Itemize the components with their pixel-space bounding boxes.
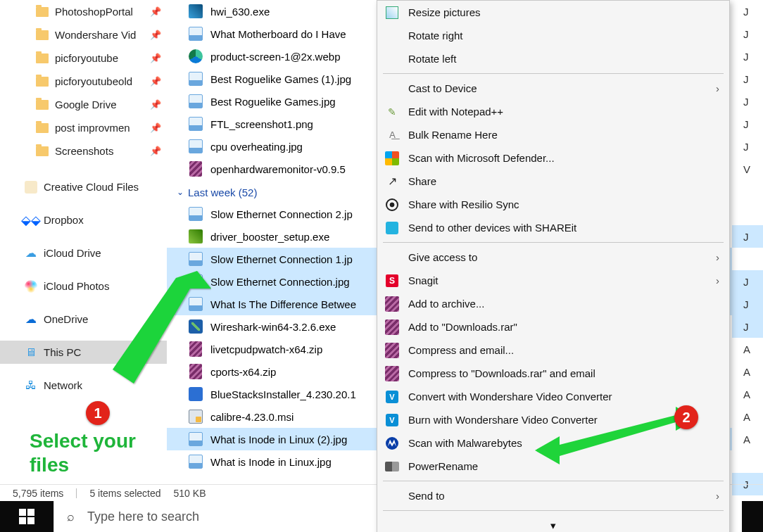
file-name: Wireshark-win64-3.2.6.exe [210,321,336,333]
chevron-right-icon: › [716,274,719,286]
file-date-cell: J [732,90,763,113]
sidebar-item-label: picforyoutubeold [55,75,132,87]
wonder-icon: V [384,412,400,428]
file-name: What Motherboard do I Have [210,28,346,40]
sidebar-root-item[interactable]: ☁iCloud Drive [0,241,167,265]
sidebar-root-item[interactable]: ⬙⬙Dropbox [0,208,167,232]
file-name: driver_booster_setup.exe [210,231,329,243]
file-date-cell: J [732,68,763,90]
menu-item-label: Burn with Wondershare Video Converter [408,414,598,426]
menu-item-label: Bulk Rename Here [408,129,498,141]
context-menu-item[interactable]: Scan with Microsoft Defender... [377,146,729,170]
file-name: cpu overheating.jpg [210,141,303,153]
context-menu-item[interactable]: Scan with Malwarebytes [377,431,729,455]
file-icon [188,296,203,312]
mwb-icon [384,436,400,451]
context-menu-item[interactable]: Add to "Downloads.rar" [377,315,729,338]
context-menu-item[interactable]: Rotate left [377,47,729,70]
search-icon: ⌕ [67,509,75,524]
sidebar-root-item[interactable]: iCloud Photos [0,274,167,298]
cloud-icon: ☁ [24,246,38,260]
file-date-cell: A [732,428,763,450]
context-menu-item[interactable]: Share with Resilio Sync [377,193,729,216]
sidebar-root-item[interactable]: Creative Cloud Files [0,175,167,198]
file-name: calibre-4.23.0.msi [210,411,294,423]
pc-icon: 🖥 [24,346,38,360]
sidebar-root-item[interactable]: ☁OneDrive [0,308,167,331]
context-menu-item[interactable]: Resize pictures [377,1,729,24]
prename-icon [384,459,400,474]
pin-icon: 📌 [150,76,161,87]
sidebar-item-label: post improvmen [55,122,130,134]
context-menu-item[interactable]: Rotate right [377,24,729,47]
context-menu-item[interactable]: Add to archive... [377,292,729,315]
context-menu: Resize picturesRotate rightRotate leftCa… [377,0,730,532]
context-menu-item[interactable]: VConvert with Wondershare Video Converte… [377,385,729,408]
sidebar-quick-access-item[interactable]: Wondershare Vid📌 [0,23,167,46]
sidebar-quick-access-item[interactable]: picforyoutube📌 [0,46,167,70]
context-menu-item[interactable]: A͟Bulk Rename Here [377,123,729,146]
context-menu-item[interactable]: ↗Share [377,170,729,193]
context-menu-item[interactable]: Send to› [377,484,729,507]
file-name: Slow Ethernet Connection.jpg [210,276,350,288]
file-icon [188,139,203,154]
share-icon: ↗ [384,174,400,189]
sidebar-root-item[interactable]: 🖥This PC [0,341,167,364]
menu-item-label: Edit with Notepad++ [408,106,503,118]
menu-item-label: Share [408,175,436,187]
context-menu-item[interactable]: Send to other devices with SHAREit [377,216,729,239]
context-menu-item[interactable]: Compress to "Downloads.rar" and email [377,362,729,385]
menu-item-label: Scan with Malwarebytes [408,437,522,449]
file-name: product-screen-1@2x.webp [210,51,340,63]
file-date-cell: V [732,158,763,180]
context-menu-item[interactable]: Cast to Device› [377,77,729,100]
menu-item-label: Give access to [408,251,477,263]
context-menu-item[interactable]: ✎Edit with Notepad++ [377,100,729,123]
sidebar-item-label: Google Drive [55,99,117,110]
context-menu-item[interactable]: Compress and email... [377,338,729,362]
sidebar-quick-access-item[interactable]: picforyoutubeold📌 [0,70,167,93]
folder-icon [35,121,49,135]
file-date-cell [732,180,763,203]
sidebar-item-label: iCloud Drive [44,247,101,259]
file-date-cell: A [732,383,763,405]
context-menu-item[interactable]: Give access to› [377,246,729,269]
file-date-cell: J [732,270,763,293]
menu-item-label: Compress and email... [408,344,514,356]
file-icon [188,161,203,177]
file-icon [188,364,203,379]
pin-icon: 📌 [150,6,161,17]
file-icon [188,229,203,244]
context-menu-item[interactable]: SSnagit› [377,269,729,292]
folder-icon [35,5,49,19]
context-menu-item[interactable]: PowerRename [377,455,729,478]
file-name: Best Roguelike Games (1).jpg [210,73,351,85]
sidebar-item-label: Screenshots [55,145,113,157]
flower-icon [24,279,38,293]
winrar-icon [384,366,400,381]
search-placeholder: Type here to search [87,509,199,524]
sidebar-item-label: OneDrive [44,313,88,325]
snagit-icon: S [384,273,400,289]
file-icon [188,251,203,267]
context-menu-item[interactable]: ▾ [377,514,729,532]
start-button[interactable] [0,501,53,532]
sidebar-quick-access-item[interactable]: PhotoshopPortal📌 [0,0,167,23]
pin-icon: 📌 [150,146,161,156]
menu-item-label: Send to [408,490,445,502]
file-date-cell [732,248,763,270]
sidebar-quick-access-item[interactable]: post improvmen📌 [0,116,167,139]
sidebar-quick-access-item[interactable]: Google Drive📌 [0,93,167,116]
file-date-cell: A [732,360,763,383]
context-menu-item[interactable]: VBurn with Wondershare Video Converter [377,408,729,431]
sidebar-quick-access-item[interactable]: Screenshots📌 [0,139,167,163]
onedrive-icon: ☁ [24,312,38,327]
file-name: livetcpudpwatch-x64.zip [210,343,322,355]
sidebar-item-label: Dropbox [44,214,84,226]
file-icon [188,206,203,222]
file-icon [188,319,203,334]
pin-icon: 📌 [150,30,161,40]
resilio-icon [384,197,400,213]
notepad-icon: ✎ [384,104,400,120]
sidebar-root-item[interactable]: 🖧Network [0,374,167,397]
